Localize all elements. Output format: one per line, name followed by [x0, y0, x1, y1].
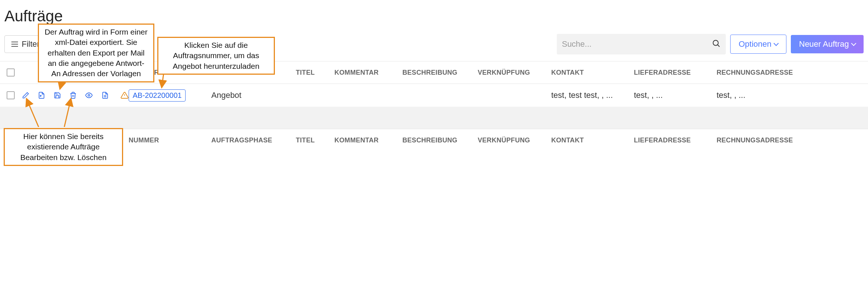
col-footer-rechnung: RECHNUNGSADRESSE	[717, 137, 797, 144]
col-header-verknuepfung[interactable]: VERKNÜPFUNG	[478, 69, 551, 77]
table-spacer	[0, 107, 868, 129]
cell-kontakt: test, test test, , ...	[551, 91, 634, 100]
order-number-link[interactable]: AB-202200001	[129, 89, 186, 102]
col-header-titel[interactable]: TITEL	[296, 69, 334, 77]
col-header-liefer[interactable]: LIEFERADRESSE	[634, 69, 717, 77]
callout-edit: Hier können Sie bereits existierende Auf…	[4, 128, 123, 166]
col-footer-kommentar: KOMMENTAR	[334, 137, 402, 144]
warning-icon[interactable]	[121, 91, 129, 99]
chevron-down-icon	[774, 41, 779, 46]
edit-icon[interactable]	[22, 91, 30, 99]
select-all-checkbox[interactable]	[7, 68, 15, 77]
cell-liefer: test, , ...	[634, 91, 717, 100]
col-header-beschreibung[interactable]: BESCHREIBUNG	[402, 69, 478, 77]
col-header-kontakt[interactable]: KONTAKT	[551, 69, 634, 77]
svg-point-0	[713, 40, 718, 46]
options-button[interactable]: Optionen	[730, 35, 786, 54]
filter-label: Filter	[22, 39, 40, 49]
filter-icon	[11, 42, 18, 47]
col-footer-verknuepfung: VERKNÜPFUNG	[478, 137, 551, 144]
table-footer-header: NUMMER AUFTRAGSPHASE TITEL KOMMENTAR BES…	[0, 129, 868, 152]
col-footer-kontakt: KONTAKT	[551, 137, 634, 144]
svg-line-1	[717, 45, 720, 47]
callout-nummer: Klicken Sie auf die Auftragsnummer, um d…	[157, 37, 275, 75]
trash-icon[interactable]	[69, 91, 77, 99]
new-order-label: Neuer Auftrag	[799, 39, 849, 49]
document-icon[interactable]	[101, 91, 109, 99]
search-wrap[interactable]	[557, 34, 726, 54]
col-header-rechnung[interactable]: RECHNUNGSADRESSE	[717, 69, 797, 77]
row-checkbox[interactable]	[7, 91, 15, 99]
col-header-kommentar[interactable]: KOMMENTAR	[334, 69, 402, 77]
table-row: AB-202200001 Angebot test, test test, , …	[0, 84, 868, 107]
col-footer-beschreibung: BESCHREIBUNG	[402, 137, 478, 144]
cell-phase: Angebot	[211, 91, 296, 100]
save-icon[interactable]	[54, 91, 61, 99]
col-footer-nummer: NUMMER	[129, 137, 211, 144]
callout-export: Der Auftrag wird in Form einer xml-Datei…	[38, 24, 154, 82]
new-order-button[interactable]: Neuer Auftrag	[791, 35, 864, 53]
cell-rechnung: test, , ...	[717, 91, 797, 100]
col-footer-liefer: LIEFERADRESSE	[634, 137, 717, 144]
eye-icon[interactable]	[85, 91, 93, 99]
col-footer-titel: TITEL	[296, 137, 334, 144]
search-icon[interactable]	[712, 39, 721, 49]
col-footer-phase: AUFTRAGSPHASE	[211, 137, 296, 144]
chevron-down-icon	[851, 41, 856, 46]
svg-point-2	[88, 95, 90, 96]
search-input[interactable]	[562, 39, 712, 49]
pdf-icon[interactable]	[38, 91, 46, 99]
options-label: Optionen	[739, 39, 771, 49]
